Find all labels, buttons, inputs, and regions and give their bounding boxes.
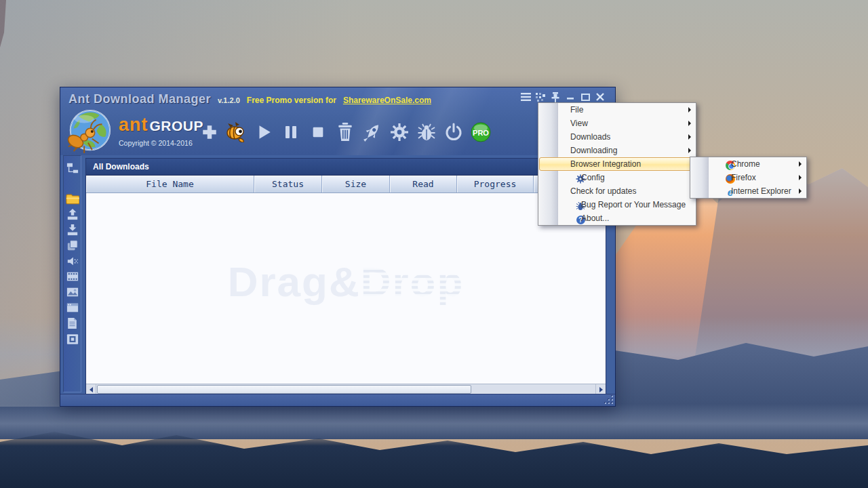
desktop-wallpaper: Ant Download Manager v.1.2.0 Free Promo … <box>0 0 868 488</box>
column-headers: File Name Status Size Read Progress <box>86 176 606 193</box>
menu-item-downloads[interactable]: Downloads <box>538 130 696 144</box>
app-version: v.1.2.0 <box>218 96 240 104</box>
column-header-size[interactable]: Size <box>322 176 390 192</box>
audio-category-icon[interactable] <box>66 254 79 268</box>
app-window: Ant Download Manager v.1.2.0 Free Promo … <box>60 87 616 407</box>
main-menu: File View Downloads Downloading Browser … <box>538 102 696 226</box>
horizontal-scrollbar[interactable] <box>86 384 606 394</box>
settings-button[interactable] <box>386 120 413 144</box>
minimize-button[interactable] <box>565 92 576 102</box>
brand-logo: ant GROUP <box>119 115 203 136</box>
archive-category-icon[interactable] <box>66 332 79 346</box>
program-category-icon[interactable] <box>66 301 79 314</box>
submenu-item-firefox[interactable]: Firefox <box>690 171 806 184</box>
menu-item-config[interactable]: Config <box>538 171 696 184</box>
delete-button[interactable] <box>332 120 359 144</box>
download-category-icon[interactable] <box>66 223 79 237</box>
toolbar: ant GROUP Copyright © 2014-2016 <box>60 110 615 154</box>
brand-ant-text: ant <box>119 115 149 136</box>
submenu-arrow-icon <box>688 121 691 126</box>
menu-item-browser-integration[interactable]: Browser Integration <box>538 157 696 171</box>
submenu-arrow-icon <box>688 148 691 153</box>
pro-badge[interactable]: PRO <box>467 120 494 144</box>
submenu-arrow-icon <box>799 188 802 194</box>
promo-text: Free Promo version for <box>247 96 336 105</box>
scroll-left-button[interactable] <box>86 384 96 394</box>
maximize-button[interactable] <box>580 92 591 102</box>
toolbar-buttons: PRO <box>196 120 494 144</box>
ant-mascot-button[interactable] <box>223 120 250 144</box>
category-sidebar <box>63 155 81 392</box>
pin-button[interactable] <box>550 92 561 102</box>
pro-label: PRO <box>473 129 489 137</box>
panel-header: All Downloads <box>86 159 606 176</box>
menu-item-downloading[interactable]: Downloading <box>538 144 696 157</box>
column-header-status[interactable]: Status <box>254 176 322 192</box>
layout-button[interactable] <box>535 92 546 102</box>
bug-report-button[interactable] <box>413 120 440 144</box>
stop-button[interactable] <box>304 120 332 144</box>
menu-item-file[interactable]: File <box>538 103 696 117</box>
exit-button[interactable] <box>440 120 467 144</box>
menu-button[interactable] <box>520 92 531 102</box>
window-controls <box>520 92 606 102</box>
downloads-panel: All Downloads File Name Status Size Read… <box>85 158 606 395</box>
titlebar[interactable]: Ant Download Manager v.1.2.0 Free Promo … <box>60 87 615 110</box>
submenu-arrow-icon <box>799 161 802 167</box>
menu-item-view[interactable]: View <box>538 117 696 130</box>
promo-link[interactable]: SharewareOnSale.com <box>343 96 431 105</box>
column-header-file-name[interactable]: File Name <box>86 176 254 192</box>
tree-view-icon[interactable] <box>66 161 79 175</box>
submenu-item-chrome[interactable]: Chrome <box>690 157 806 171</box>
resize-grip[interactable] <box>605 396 613 404</box>
menu-item-bug-report[interactable]: Bug Report or Your Message <box>538 198 696 211</box>
video-category-icon[interactable] <box>66 270 79 283</box>
menu-item-about[interactable]: ? About... <box>538 211 696 225</box>
panel-header-title: All Downloads <box>93 162 149 171</box>
copies-category-icon[interactable] <box>66 239 79 252</box>
drag-drop-watermark: Drag&Drop <box>228 258 465 306</box>
copyright-text: Copyright © 2014-2016 <box>119 139 193 147</box>
column-header-progress[interactable]: Progress <box>457 176 534 192</box>
close-button[interactable] <box>595 92 606 102</box>
browser-integration-submenu: Chrome Firefox e Internet Explorer <box>690 157 807 199</box>
ant-globe-logo <box>64 108 112 156</box>
folder-all-icon[interactable] <box>66 192 79 205</box>
scrollbar-thumb[interactable] <box>97 385 471 394</box>
boost-button[interactable] <box>359 120 386 144</box>
submenu-arrow-icon <box>688 134 691 140</box>
submenu-arrow-icon <box>688 107 691 113</box>
download-list-area[interactable]: Drag&Drop <box>86 193 606 384</box>
menu-item-check-for-updates[interactable]: Check for updates <box>538 184 696 198</box>
add-download-button[interactable] <box>196 120 223 144</box>
image-category-icon[interactable] <box>66 285 79 299</box>
column-header-read[interactable]: Read <box>390 176 457 192</box>
app-title: Ant Download Manager <box>68 92 211 106</box>
upload-category-icon[interactable] <box>66 207 79 221</box>
document-category-icon[interactable] <box>66 317 79 330</box>
statusbar <box>60 394 615 406</box>
submenu-arrow-icon <box>799 175 802 180</box>
submenu-item-internet-explorer[interactable]: e Internet Explorer <box>690 184 806 198</box>
scroll-right-button[interactable] <box>595 384 606 394</box>
start-button[interactable] <box>250 120 277 144</box>
pause-button[interactable] <box>277 120 304 144</box>
